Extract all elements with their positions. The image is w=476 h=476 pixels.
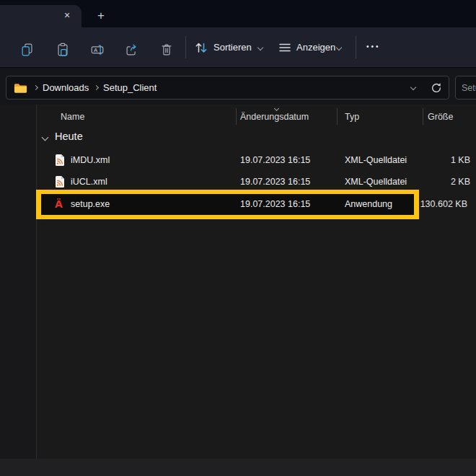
file-row-imdu-xml[interactable]: iMDU.xml 19.07.2023 16:15 XML-Quelldatei…	[38, 149, 476, 171]
chevron-down-icon	[336, 45, 342, 50]
group-label: Heute	[55, 131, 83, 142]
column-header-size[interactable]: Größe	[428, 112, 453, 122]
column-header-modified[interactable]: Änderungsdatum	[240, 112, 309, 122]
file-size: 1 KB	[361, 149, 470, 171]
file-size: 130.602 KB	[323, 194, 467, 215]
more-options-button[interactable]: •••	[366, 27, 381, 67]
group-collapse-chevron-icon[interactable]	[42, 134, 49, 141]
file-explorer-window: × +	[0, 0, 476, 476]
command-toolbar: A	[0, 27, 476, 67]
refresh-icon[interactable]	[431, 82, 442, 94]
breadcrumb-chevron-icon	[33, 85, 38, 90]
column-resize-handle[interactable]	[236, 108, 237, 125]
view-list-icon	[278, 41, 291, 54]
share-button[interactable]	[121, 39, 143, 61]
column-resize-handle[interactable]	[337, 108, 338, 125]
delete-button[interactable]	[156, 39, 177, 61]
installer-icon: Ä	[55, 198, 63, 211]
file-modified: 19.07.2023 16:15	[240, 194, 310, 215]
column-header-type[interactable]: Typ	[345, 112, 359, 122]
sort-arrows-icon	[193, 40, 209, 56]
file-name: iMDU.xml	[71, 149, 110, 171]
tab-close-icon[interactable]: ×	[60, 9, 74, 23]
chevron-down-icon	[257, 45, 263, 50]
status-bar	[0, 459, 476, 476]
new-tab-button[interactable]: +	[93, 8, 109, 24]
view-label: Anzeigen	[296, 27, 335, 67]
address-zone: Downloads Setup_Client	[0, 67, 476, 105]
sort-label: Sortieren	[213, 27, 252, 67]
copy-icon	[19, 42, 35, 58]
breadcrumb-setup-client[interactable]: Setup_Client	[103, 76, 157, 99]
file-modified: 19.07.2023 16:15	[240, 149, 310, 171]
trash-icon	[159, 42, 175, 58]
xml-file-icon	[55, 154, 65, 166]
toolbar-divider	[356, 36, 356, 58]
rename-button[interactable]: A	[87, 39, 108, 61]
svg-text:A: A	[94, 47, 98, 53]
sort-indicator-icon	[274, 106, 279, 111]
file-list-pane: Name Änderungsdatum Typ Größe Heute	[0, 105, 476, 459]
folder-icon[interactable]	[14, 83, 27, 94]
xml-file-icon	[55, 176, 65, 188]
column-resize-handle[interactable]	[423, 108, 423, 125]
navigation-pane	[0, 105, 37, 459]
column-header-name[interactable]: Name	[61, 112, 84, 122]
share-icon	[124, 42, 140, 58]
toolbar-divider	[185, 36, 186, 58]
breadcrumb-chevron-icon	[94, 85, 99, 90]
tab-bar: × +	[0, 0, 476, 27]
group-header-heute[interactable]: Heute	[38, 128, 476, 149]
copy-button[interactable]	[17, 39, 38, 61]
address-dropdown-icon[interactable]	[410, 84, 416, 90]
file-name: setup.exe	[71, 194, 110, 215]
breadcrumb-downloads[interactable]: Downloads	[43, 76, 89, 99]
address-bar[interactable]: Downloads Setup_Client	[6, 76, 449, 100]
rename-icon: A	[89, 42, 105, 58]
paste-button[interactable]	[52, 39, 74, 61]
explorer-tab[interactable]: ×	[0, 5, 81, 27]
search-input[interactable]	[456, 76, 476, 99]
search-box[interactable]	[455, 76, 476, 100]
paste-icon	[55, 42, 71, 58]
